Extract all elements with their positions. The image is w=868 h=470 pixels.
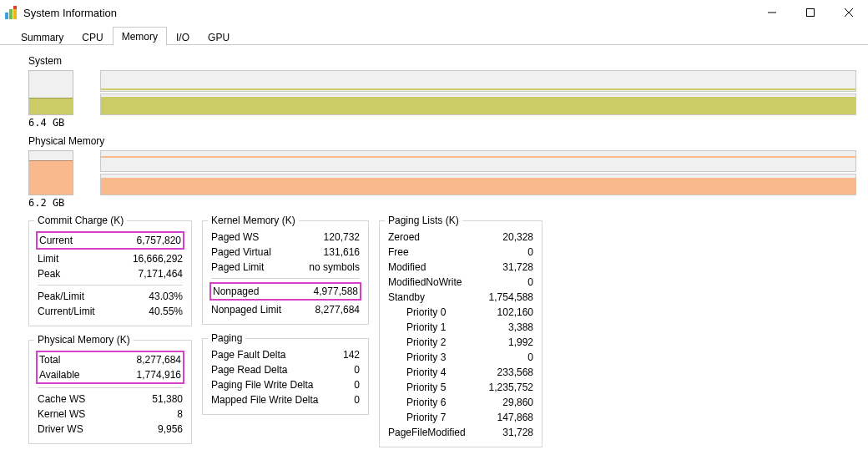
svg-rect-4 — [807, 9, 815, 17]
pg-pfd-value: 142 — [343, 348, 360, 361]
km-pagedvirt-label: Paged Virtual — [211, 245, 271, 259]
pl-p5-label: Priority 5 — [388, 381, 446, 394]
commit-charge-group: Commit Charge (K) Current6,757,820 Limit… — [28, 220, 192, 326]
pm-cache-value: 51,380 — [152, 392, 183, 406]
commit-limit-label: Limit — [38, 252, 58, 265]
km-nonpagedlimit-value: 8,277,684 — [315, 303, 360, 316]
pl-p4-value: 233,568 — [497, 366, 533, 379]
commit-current-label: Current — [39, 234, 73, 247]
physical-gauge-caption: 6.2 GB — [28, 197, 64, 209]
pl-p3-label: Priority 3 — [388, 351, 446, 364]
paging-legend: Paging — [208, 332, 245, 344]
pm-avail-value: 1,774,916 — [137, 368, 181, 382]
km-pagedlimit-label: Paged Limit — [211, 260, 264, 274]
pg-pfwd-value: 0 — [354, 378, 360, 392]
kernel-memory-legend: Kernel Memory (K) — [208, 215, 299, 226]
pg-mfwd-label: Mapped File Write Delta — [211, 393, 319, 407]
pl-standby-label: Standby — [388, 291, 425, 304]
pl-zeroed-value: 20,328 — [502, 230, 533, 244]
commit-peaklimit-value: 43.03% — [149, 290, 183, 303]
paging-group: Paging Page Fault Delta142 Page Read Del… — [202, 338, 369, 415]
km-pagedws-value: 120,732 — [324, 230, 360, 244]
pl-p5-value: 1,235,752 — [489, 381, 533, 394]
commit-peak-label: Peak — [38, 267, 60, 280]
pl-modified-value: 31,728 — [502, 260, 533, 274]
minimize-button[interactable] — [753, 0, 791, 25]
system-gauge: 6.4 GB — [28, 70, 73, 129]
pm-kernel-value: 8 — [177, 407, 183, 421]
pl-p0-label: Priority 0 — [388, 306, 446, 319]
tab-cpu[interactable]: CPU — [73, 28, 112, 46]
app-icon — [5, 6, 18, 19]
tab-strip: Summary CPU Memory I/O GPU — [0, 25, 868, 45]
pl-standby-value: 1,754,588 — [489, 291, 533, 304]
pl-p7-value: 147,868 — [497, 411, 533, 424]
physical-memory-legend: Physical Memory (K) — [34, 334, 134, 346]
commit-charge-legend: Commit Charge (K) — [34, 215, 127, 226]
pl-p2-value: 1,992 — [508, 336, 533, 349]
pl-p6-label: Priority 6 — [388, 396, 446, 409]
paging-lists-group: Paging Lists (K) Zeroed20,328 Free0 Modi… — [379, 220, 542, 447]
km-pagedvirt-value: 131,616 — [324, 245, 360, 259]
window-title: System Information — [23, 7, 117, 19]
titlebar: System Information — [0, 0, 868, 25]
pg-prd-label: Page Read Delta — [211, 363, 287, 377]
svg-rect-0 — [5, 13, 8, 19]
pl-p6-value: 29,860 — [502, 396, 533, 409]
pm-driver-value: 9,956 — [158, 422, 183, 436]
physical-gauge: 6.2 GB — [28, 150, 73, 209]
pg-mfwd-value: 0 — [354, 393, 360, 407]
km-nonpagedlimit-label: Nonpaged Limit — [211, 303, 281, 316]
pl-pfm-value: 31,728 — [502, 426, 533, 439]
close-button[interactable] — [830, 0, 868, 25]
system-gauge-caption: 6.4 GB — [28, 117, 64, 129]
pg-prd-value: 0 — [354, 363, 360, 377]
commit-peak-value: 7,171,464 — [139, 267, 183, 280]
physical-history-graph — [100, 150, 856, 195]
tab-gpu[interactable]: GPU — [199, 28, 239, 46]
pl-free-label: Free — [388, 245, 409, 259]
paging-lists-legend: Paging Lists (K) — [385, 215, 462, 226]
kernel-memory-group: Kernel Memory (K) Paged WS120,732 Paged … — [202, 220, 369, 325]
memory-tab-content: System 6.4 GB Physical Memory 6.2 GB — [0, 45, 868, 456]
tab-memory[interactable]: Memory — [113, 27, 167, 46]
pm-total-label: Total — [39, 353, 60, 366]
commit-currlimit-value: 40.55% — [149, 305, 183, 318]
physical-memory-group: Physical Memory (K) Total8,277,684 Avail… — [28, 340, 192, 444]
pl-modnw-label: ModifiedNoWrite — [388, 275, 462, 289]
pl-modified-label: Modified — [388, 260, 426, 274]
commit-current-value: 6,757,820 — [137, 234, 181, 247]
commit-currlimit-label: Current/Limit — [38, 305, 95, 318]
maximize-button[interactable] — [791, 0, 830, 25]
pl-p7-label: Priority 7 — [388, 411, 446, 424]
pl-p3-value: 0 — [527, 351, 533, 364]
system-graph-label: System — [28, 55, 856, 67]
pl-zeroed-label: Zeroed — [388, 230, 420, 244]
pl-modnw-value: 0 — [527, 275, 533, 289]
pl-p1-label: Priority 1 — [388, 321, 446, 334]
system-history-graph — [100, 70, 856, 115]
pm-kernel-label: Kernel WS — [38, 407, 85, 421]
pl-p2-label: Priority 2 — [388, 336, 446, 349]
pm-driver-label: Driver WS — [38, 422, 83, 436]
pg-pfd-label: Page Fault Delta — [211, 348, 285, 361]
pm-avail-label: Available — [39, 368, 79, 382]
km-nonpaged-value: 4,977,588 — [314, 285, 358, 298]
pg-pfwd-label: Paging File Write Delta — [211, 378, 314, 392]
km-nonpaged-label: Nonpaged — [213, 285, 259, 298]
commit-peaklimit-label: Peak/Limit — [38, 290, 84, 303]
pm-total-value: 8,277,684 — [137, 353, 181, 366]
tab-io[interactable]: I/O — [167, 28, 199, 46]
physical-graph-label: Physical Memory — [28, 135, 856, 147]
commit-limit-value: 16,666,292 — [133, 252, 183, 265]
pl-free-value: 0 — [527, 245, 533, 259]
km-pagedlimit-value: no symbols — [309, 260, 360, 274]
pm-cache-label: Cache WS — [38, 392, 85, 406]
svg-rect-3 — [13, 6, 17, 9]
pl-p0-value: 102,160 — [497, 306, 533, 319]
tab-summary[interactable]: Summary — [12, 28, 73, 46]
km-pagedws-label: Paged WS — [211, 230, 259, 244]
pl-pfm-label: PageFileModified — [388, 426, 466, 439]
pl-p4-label: Priority 4 — [388, 366, 446, 379]
svg-rect-1 — [9, 9, 13, 19]
